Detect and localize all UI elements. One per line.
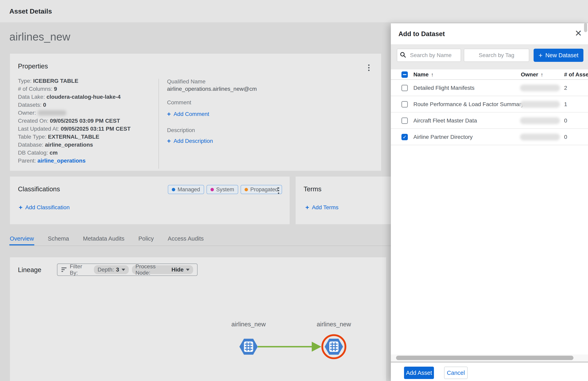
parent-link[interactable]: airline_operations: [38, 157, 85, 164]
terms-card: Terms +Add Terms: [295, 177, 391, 224]
dataset-row[interactable]: ✓ Airline Partner Directory 0: [391, 129, 588, 145]
sort-ascending-icon[interactable]: ↑: [541, 72, 543, 78]
owner-redacted-blob: [520, 117, 560, 124]
horizontal-scrollbar-track: [391, 355, 588, 361]
asset-tabs: Overview Schema Metadata Audits Policy A…: [9, 235, 204, 245]
classification-chip-system[interactable]: System: [207, 185, 238, 194]
modal-title: Add to Dataset: [399, 30, 445, 38]
property-row: Datasets: 0: [18, 101, 130, 109]
add-description-button[interactable]: +Add Description: [167, 137, 213, 145]
new-dataset-button[interactable]: + New Dataset: [534, 49, 583, 62]
properties-kebab-menu-icon[interactable]: [367, 63, 371, 73]
terms-heading: Terms: [304, 185, 321, 193]
owner-redacted-blob: [520, 85, 560, 91]
property-row: DB Catalog: cm: [18, 149, 130, 157]
chip-color-dot: [245, 188, 248, 191]
comment-label: Comment: [167, 99, 191, 106]
lineage-node-selected[interactable]: [322, 335, 345, 358]
column-assets: # of Assets: [564, 69, 588, 80]
modal-footer-divider: [391, 361, 588, 363]
qualified-name-label: Qualified Name: [167, 78, 206, 85]
add-asset-button[interactable]: Add Asset: [404, 367, 434, 379]
close-icon[interactable]: ✕: [575, 29, 582, 38]
tab-policy[interactable]: Policy: [138, 235, 154, 245]
plus-icon: +: [539, 51, 543, 59]
tab-access-audits[interactable]: Access Audits: [168, 235, 204, 245]
add-classification-button[interactable]: +Add Classification: [19, 204, 70, 211]
property-row: Table Type: EXTERNAL_TABLE: [18, 133, 130, 141]
owner-redacted-blob: [520, 134, 560, 140]
lineage-graph: [10, 257, 386, 381]
plus-icon: +: [167, 137, 171, 145]
property-row: # of Columns: 9: [18, 85, 130, 93]
add-terms-button[interactable]: +Add Terms: [305, 204, 338, 211]
classification-chips: Managed System Propagated: [168, 185, 282, 194]
topbar: Asset Details: [0, 0, 588, 22]
vertical-scrollbar-thumb[interactable]: [584, 23, 587, 32]
chip-color-dot: [210, 188, 214, 191]
properties-divider: [158, 79, 159, 169]
property-row-parent: Parent: airline_operations: [18, 157, 130, 165]
plus-icon: +: [167, 110, 171, 118]
property-row: Database: airline_operations: [18, 141, 130, 149]
property-row: Created On: 09/05/2025 03:09 PM CEST: [18, 117, 130, 125]
app-title: Asset Details: [9, 0, 52, 22]
dataset-row[interactable]: Detailed Flight Manifests 2: [391, 80, 588, 96]
lineage-edge-arrowhead: [312, 342, 321, 352]
sort-ascending-icon[interactable]: ↑: [431, 72, 434, 78]
plus-icon: +: [305, 204, 309, 211]
classification-chip-propagated[interactable]: Propagated: [241, 185, 282, 194]
tab-metadata-audits[interactable]: Metadata Audits: [83, 235, 125, 245]
row-checkbox[interactable]: [401, 85, 408, 91]
description-label: Description: [167, 127, 195, 134]
properties-left-column: Type: ICEBERG TABLE # of Columns: 9 Data…: [18, 77, 130, 165]
dataset-table-header: Name↑ Owner↑ # of Assets: [391, 69, 588, 80]
properties-heading: Properties: [18, 63, 48, 70]
classifications-card: Classifications Managed System Propagate…: [10, 177, 290, 224]
search-by-tag-input[interactable]: [464, 49, 529, 62]
tab-overview[interactable]: Overview: [9, 235, 34, 245]
search-by-name-input[interactable]: [397, 49, 461, 62]
modal-footer: Add Asset Cancel: [391, 363, 588, 381]
dataset-row[interactable]: Aircraft Fleet Master Data 0: [391, 112, 588, 129]
plus-icon: +: [19, 204, 22, 211]
add-comment-button[interactable]: +Add Comment: [167, 110, 209, 118]
asset-title: airlines_new: [9, 30, 70, 43]
lineage-node-source[interactable]: [239, 339, 258, 355]
property-row: Data Lake: cloudera-catalog-hue-lake-4: [18, 93, 130, 101]
horizontal-scrollbar-thumb[interactable]: [396, 356, 573, 360]
tabs-divider: [9, 246, 391, 246]
add-to-dataset-modal: Add to Dataset ✕ + New Dataset Name↑ Own…: [391, 23, 588, 381]
owner-redacted-blob: [520, 101, 560, 108]
column-owner[interactable]: Owner: [521, 71, 538, 78]
chip-color-dot: [172, 188, 175, 191]
owner-redacted-blob: [38, 110, 66, 115]
property-row: Type: ICEBERG TABLE: [18, 77, 130, 85]
classification-chip-managed[interactable]: Managed: [168, 185, 204, 194]
lineage-card: Lineage Filter By: Depth:3 Process Node:…: [10, 257, 386, 381]
column-name[interactable]: Name: [413, 71, 429, 78]
property-row: Last Updated At: 09/05/2025 03:11 PM CES…: [18, 125, 130, 133]
row-checkbox[interactable]: [401, 117, 408, 124]
dataset-row[interactable]: Route Performance & Load Factor Summary …: [391, 96, 588, 112]
modal-search-band: + New Dataset: [391, 44, 588, 69]
cancel-button[interactable]: Cancel: [444, 367, 468, 379]
tab-schema[interactable]: Schema: [47, 235, 69, 245]
qualified-name-value: airline_operations.airlines_new@cm: [167, 86, 257, 92]
row-checkbox[interactable]: [401, 101, 408, 108]
check-icon: ✓: [403, 135, 407, 139]
select-all-checkbox[interactable]: [401, 71, 408, 78]
search-icon: [400, 52, 406, 58]
properties-card: Properties Type: ICEBERG TABLE # of Colu…: [10, 54, 381, 171]
row-checkbox-checked[interactable]: ✓: [401, 134, 408, 140]
property-row-owner: Owner:: [18, 109, 130, 117]
classifications-heading: Classifications: [18, 185, 60, 193]
classifications-kebab-menu-icon[interactable]: [276, 186, 281, 196]
